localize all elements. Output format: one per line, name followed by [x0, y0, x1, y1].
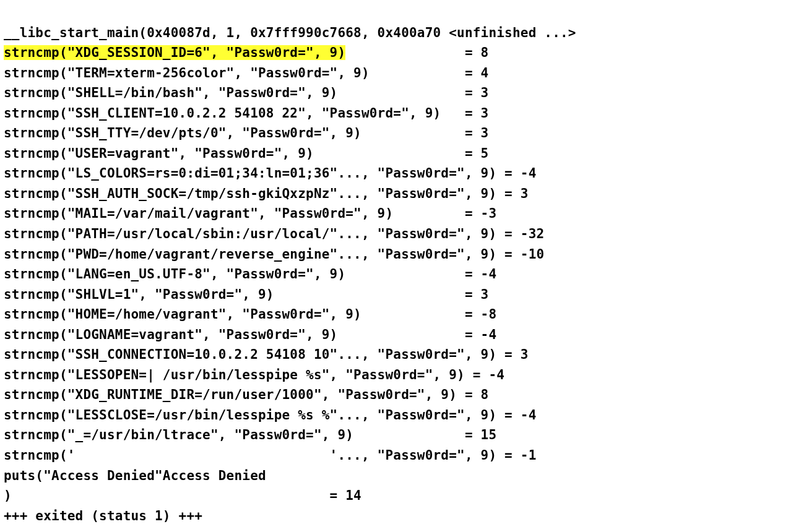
- trace-text: strncmp(' '..., "Passw0rd=", 9) = -1: [4, 448, 537, 463]
- trace-text: strncmp("SHLVL=1", "Passw0rd=", 9) = 3: [4, 287, 488, 302]
- trace-line: strncmp("_=/usr/bin/ltrace", "Passw0rd="…: [4, 425, 792, 445]
- trace-line: strncmp("PATH=/usr/local/sbin:/usr/local…: [4, 224, 792, 244]
- trace-line: strncmp("SSH_TTY=/dev/pts/0", "Passw0rd=…: [4, 123, 792, 144]
- trace-text: strncmp("LANG=en_US.UTF-8", "Passw0rd=",…: [4, 267, 496, 281]
- trace-text: strncmp("LOGNAME=vagrant", "Passw0rd=", …: [4, 327, 496, 342]
- trace-line: __libc_start_main(0x40087d, 1, 0x7fff990…: [4, 23, 792, 43]
- trace-text: strncmp("_=/usr/bin/ltrace", "Passw0rd="…: [4, 427, 496, 442]
- trace-line: strncmp("USER=vagrant", "Passw0rd=", 9) …: [4, 144, 792, 164]
- trace-line: strncmp("LS_COLORS=rs=0:di=01;34:ln=01;3…: [4, 163, 792, 184]
- trace-text: strncmp("HOME=/home/vagrant", "Passw0rd=…: [4, 307, 496, 322]
- trace-line: strncmp("SHLVL=1", "Passw0rd=", 9) = 3: [4, 285, 792, 305]
- trace-text: strncmp("PATH=/usr/local/sbin:/usr/local…: [4, 226, 544, 241]
- trace-text: strncmp("SSH_AUTH_SOCK=/tmp/ssh-gkiQxzpN…: [4, 186, 529, 201]
- trace-text: = 8: [345, 45, 488, 60]
- trace-text: ) = 14: [4, 488, 361, 503]
- trace-text: strncmp("SSH_TTY=/dev/pts/0", "Passw0rd=…: [4, 126, 488, 140]
- terminal-output: __libc_start_main(0x40087d, 1, 0x7fff990…: [4, 23, 792, 526]
- trace-text: strncmp("SSH_CLIENT=10.0.2.2 54108 22", …: [4, 106, 488, 121]
- trace-text: strncmp("XDG_RUNTIME_DIR=/run/user/1000"…: [4, 387, 488, 402]
- trace-line: strncmp("PWD=/home/vagrant/reverse_engin…: [4, 244, 792, 265]
- trace-text: strncmp("MAIL=/var/mail/vagrant", "Passw…: [4, 206, 496, 221]
- trace-line: strncmp("SHELL=/bin/bash", "Passw0rd=", …: [4, 83, 792, 103]
- trace-text: +++ exited (status 1) +++: [4, 508, 202, 523]
- trace-text: strncmp("LESSOPEN=| /usr/bin/lesspipe %s…: [4, 367, 504, 382]
- trace-line: strncmp("TERM=xterm-256color", "Passw0rd…: [4, 63, 792, 84]
- trace-text: puts("Access Denied"Access Denied: [4, 468, 266, 483]
- trace-line: puts("Access Denied"Access Denied: [4, 466, 792, 486]
- trace-line: strncmp("SSH_CLIENT=10.0.2.2 54108 22", …: [4, 103, 792, 124]
- trace-line: strncmp("HOME=/home/vagrant", "Passw0rd=…: [4, 304, 792, 325]
- trace-text: strncmp("PWD=/home/vagrant/reverse_engin…: [4, 247, 544, 262]
- trace-line: strncmp("LANG=en_US.UTF-8", "Passw0rd=",…: [4, 264, 792, 285]
- trace-text: strncmp("LS_COLORS=rs=0:di=01;34:ln=01;3…: [4, 166, 537, 181]
- trace-line: strncmp("LESSOPEN=| /usr/bin/lesspipe %s…: [4, 365, 792, 385]
- trace-text: strncmp("SHELL=/bin/bash", "Passw0rd=", …: [4, 85, 488, 100]
- trace-line: ) = 14: [4, 486, 792, 506]
- trace-line: strncmp("XDG_SESSION_ID=6", "Passw0rd=",…: [4, 43, 792, 63]
- trace-line: strncmp(' '..., "Passw0rd=", 9) = -1: [4, 445, 792, 466]
- trace-line: strncmp("LESSCLOSE=/usr/bin/lesspipe %s …: [4, 405, 792, 426]
- trace-text: strncmp("TERM=xterm-256color", "Passw0rd…: [4, 66, 488, 80]
- trace-line: strncmp("SSH_AUTH_SOCK=/tmp/ssh-gkiQxzpN…: [4, 184, 792, 204]
- trace-line: strncmp("LOGNAME=vagrant", "Passw0rd=", …: [4, 325, 792, 345]
- trace-line: strncmp("MAIL=/var/mail/vagrant", "Passw…: [4, 204, 792, 224]
- trace-line: +++ exited (status 1) +++: [4, 506, 792, 526]
- trace-text: __libc_start_main(0x40087d, 1, 0x7fff990…: [4, 25, 576, 40]
- trace-text: strncmp("SSH_CONNECTION=10.0.2.2 54108 1…: [4, 347, 529, 362]
- trace-line: strncmp("XDG_RUNTIME_DIR=/run/user/1000"…: [4, 385, 792, 405]
- trace-line: strncmp("SSH_CONNECTION=10.0.2.2 54108 1…: [4, 345, 792, 365]
- trace-text: strncmp("USER=vagrant", "Passw0rd=", 9) …: [4, 146, 488, 161]
- trace-text: strncmp("LESSCLOSE=/usr/bin/lesspipe %s …: [4, 408, 537, 423]
- highlighted-text: strncmp("XDG_SESSION_ID=6", "Passw0rd=",…: [4, 45, 345, 60]
